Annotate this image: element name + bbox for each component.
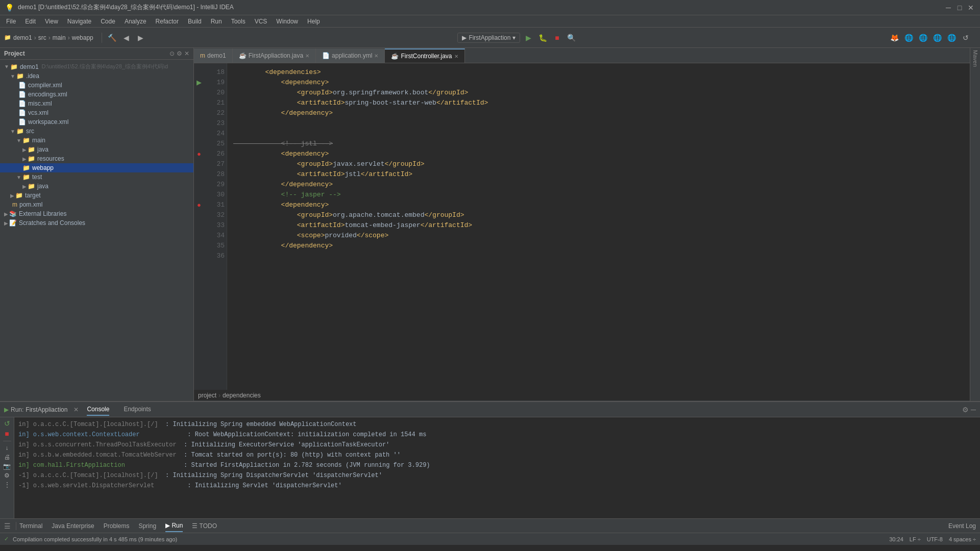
menu-window[interactable]: Window: [272, 17, 302, 26]
indent-indicator[interactable]: 4 spaces ÷: [949, 536, 976, 542]
problems-tab[interactable]: Problems: [104, 520, 130, 532]
expand-resources[interactable]: ▶: [22, 156, 27, 162]
maven-panel-btn[interactable]: Maven: [972, 50, 978, 67]
left-sidebar-toggle[interactable]: ☰: [4, 522, 11, 530]
tree-item-target[interactable]: ▶ 📁 target: [0, 191, 193, 200]
sidebar-collapse-btn[interactable]: ⊙: [169, 50, 175, 57]
tree-item-src[interactable]: ▼ 📁 src: [0, 127, 193, 136]
expand-idea[interactable]: ▼: [10, 73, 15, 79]
expand-demo1[interactable]: ▼: [4, 64, 9, 69]
expand-target[interactable]: ▶: [10, 193, 14, 198]
settings-run-btn[interactable]: ⋮: [4, 481, 10, 488]
sidebar-close-btn[interactable]: ✕: [184, 50, 189, 57]
tree-label-encodings: encodings.xml: [28, 91, 67, 98]
tree-item-workspace[interactable]: 📄 workspace.xml: [0, 117, 193, 127]
expand-ext-libs[interactable]: ▶: [4, 211, 8, 217]
run-btn[interactable]: ▶: [522, 32, 534, 44]
expand-test[interactable]: ▼: [16, 174, 21, 180]
screenshot-btn[interactable]: 📷: [3, 463, 11, 470]
expand-test-java[interactable]: ▶: [22, 184, 27, 189]
linenum-20: 20: [206, 88, 225, 98]
position-indicator[interactable]: 30:24: [889, 536, 903, 542]
tree-item-misc[interactable]: 📄 misc.xml: [0, 99, 193, 108]
expand-scratches[interactable]: ▶: [4, 220, 8, 226]
tree-item-scratches[interactable]: ▶ 📝 Scratches and Consoles: [0, 218, 193, 228]
chrome-icon[interactable]: 🌐: [902, 32, 915, 44]
menu-build[interactable]: Build: [184, 17, 206, 26]
endpoints-tab[interactable]: Endpoints: [124, 404, 151, 416]
search-btn[interactable]: 🔍: [565, 32, 577, 44]
maximize-button[interactable]: □: [955, 4, 964, 12]
scroll-end-btn[interactable]: ↓: [6, 444, 9, 452]
console-tab[interactable]: Console: [87, 404, 109, 416]
build-btn[interactable]: 🔨: [106, 32, 118, 44]
tree-item-webapp[interactable]: 📁 webapp: [0, 163, 193, 172]
breadcrumb-dependencies[interactable]: dependencies: [223, 392, 261, 399]
menu-code[interactable]: Code: [96, 17, 119, 26]
close-run-btn[interactable]: ✕: [74, 406, 79, 413]
filter-btn[interactable]: ⚙: [4, 472, 10, 479]
menu-analyze[interactable]: Analyze: [120, 17, 151, 26]
expand-src[interactable]: ▼: [10, 129, 15, 134]
minimize-button[interactable]: ─: [944, 4, 952, 12]
tab-close-firstappliaction[interactable]: ✕: [305, 53, 309, 59]
stop-run-btn[interactable]: ■: [5, 430, 9, 438]
browser5-icon[interactable]: 🌐: [945, 32, 958, 44]
tab-close-application[interactable]: ✕: [374, 53, 378, 59]
tree-item-java[interactable]: ▶ 📁 java: [0, 145, 193, 154]
expand-main[interactable]: ▼: [16, 138, 21, 143]
tab-firstappliaction[interactable]: ☕ FirstAppliaction.java ✕: [233, 48, 316, 63]
menu-help[interactable]: Help: [303, 17, 324, 26]
tree-item-test-java[interactable]: ▶ 📁 java: [0, 182, 193, 191]
browser3-icon[interactable]: 🌐: [917, 32, 929, 44]
linenum-22: 22: [206, 108, 225, 118]
menu-refactor[interactable]: Refactor: [152, 17, 183, 26]
close-button[interactable]: ✕: [967, 4, 975, 12]
bottom-settings-btn[interactable]: ⚙: [962, 406, 969, 414]
code-content[interactable]: <dependencies> <dependency> <groupId>org…: [227, 63, 970, 390]
bottom-minimize-btn[interactable]: ─: [971, 406, 976, 414]
print-btn[interactable]: 🖨: [4, 454, 10, 461]
menu-vcs[interactable]: VCS: [251, 17, 272, 26]
menu-file[interactable]: File: [2, 17, 20, 26]
menu-view[interactable]: View: [41, 17, 62, 26]
java-enterprise-tab[interactable]: Java Enterprise: [52, 520, 94, 532]
tab-application[interactable]: 📄 application.yml ✕: [316, 48, 385, 63]
tree-item-pom[interactable]: m pom.xml: [0, 200, 193, 209]
run-config-dropdown[interactable]: ▶ FirstAppliaction ▾: [457, 33, 520, 43]
run-footer-tab[interactable]: ▶ Run: [165, 520, 183, 532]
expand-java[interactable]: ▶: [22, 147, 27, 153]
tab-firstcontroller[interactable]: ☕ FirstController.java ✕: [385, 48, 464, 63]
tree-item-encodings[interactable]: 📄 encodings.xml: [0, 90, 193, 99]
debug-btn[interactable]: 🐛: [536, 32, 549, 44]
stop-btn[interactable]: ■: [551, 32, 563, 44]
spring-tab[interactable]: Spring: [138, 520, 156, 532]
event-log-btn[interactable]: Event Log: [948, 522, 976, 530]
tree-item-main[interactable]: ▼ 📁 main: [0, 136, 193, 145]
tree-item-test[interactable]: ▼ 📁 test: [0, 172, 193, 182]
tree-item-vcs[interactable]: 📄 vcs.xml: [0, 108, 193, 117]
tab-demo1[interactable]: m demo1: [194, 48, 233, 63]
encoding-indicator[interactable]: UTF-8: [927, 536, 943, 542]
terminal-tab[interactable]: Terminal: [19, 520, 42, 532]
firefox-icon[interactable]: 🦊: [888, 32, 900, 44]
browser4-icon[interactable]: 🌐: [931, 32, 943, 44]
tree-item-compiler[interactable]: 📄 compiler.xml: [0, 81, 193, 90]
menu-run[interactable]: Run: [207, 17, 226, 26]
tree-item-demo1[interactable]: ▼ 📁 demo1 D:\untitled1\52.综合案例4\day28_综合…: [0, 62, 193, 71]
rerun-btn[interactable]: ↺: [4, 419, 10, 428]
sidebar-settings-btn[interactable]: ⚙: [177, 50, 182, 57]
menu-edit[interactable]: Edit: [21, 17, 40, 26]
tree-item-idea[interactable]: ▼ 📁 .idea: [0, 71, 193, 81]
breadcrumb-project[interactable]: project: [198, 392, 216, 399]
back-btn[interactable]: ◀: [120, 32, 133, 44]
menu-navigate[interactable]: Navigate: [63, 17, 95, 26]
lf-indicator[interactable]: LF ÷: [910, 536, 921, 542]
tab-close-firstcontroller[interactable]: ✕: [454, 54, 458, 59]
tree-item-ext-libs[interactable]: ▶ 📚 External Libraries: [0, 209, 193, 218]
menu-tools[interactable]: Tools: [227, 17, 250, 26]
forward-btn[interactable]: ▶: [135, 32, 147, 44]
tree-item-resources[interactable]: ▶ 📁 resources: [0, 154, 193, 163]
refresh-btn[interactable]: ↺: [960, 32, 972, 44]
todo-tab[interactable]: ☰ TODO: [192, 520, 217, 532]
